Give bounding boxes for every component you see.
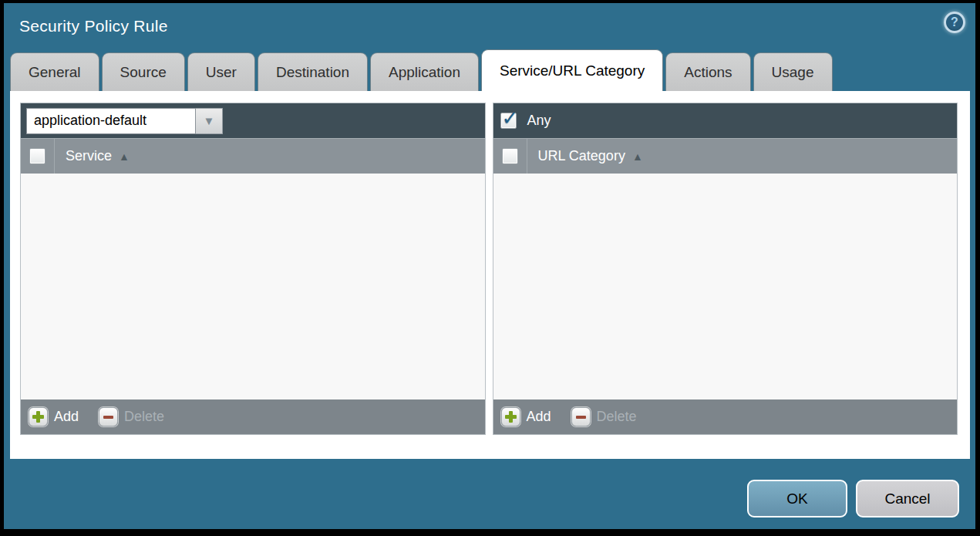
service-panel: application-default ▼ Service ▲ <box>20 103 486 435</box>
service-table-header: Service ▲ <box>21 138 485 174</box>
checkmark-icon: ✓ <box>502 106 519 130</box>
service-column-label: Service <box>66 148 112 164</box>
url-category-any-checkbox[interactable]: ✓ <box>500 113 517 129</box>
url-category-any-bar: ✓ Any <box>493 103 958 138</box>
service-add-button[interactable]: Add <box>29 407 79 426</box>
url-category-select-all-checkbox[interactable] <box>502 148 518 164</box>
tab-actions[interactable]: Actions <box>665 52 750 91</box>
service-type-toolbar: application-default ▼ <box>21 103 485 138</box>
tab-application[interactable]: Application <box>370 52 479 91</box>
help-icon: ? <box>951 16 958 29</box>
url-category-column-header[interactable]: URL Category ▲ <box>538 148 643 164</box>
sort-ascending-icon: ▲ <box>119 150 130 163</box>
chevron-down-icon: ▼ <box>204 115 215 126</box>
url-category-delete-button[interactable]: Delete <box>571 407 637 426</box>
service-type-dropdown-expander-button[interactable]: ▼ <box>196 108 223 134</box>
security-policy-rule-dialog: Security Policy Rule ? General Source Us… <box>4 3 975 529</box>
service-table-body <box>21 174 485 399</box>
service-select-all-checkbox[interactable] <box>29 148 45 164</box>
dialog-title: Security Policy Rule <box>19 17 168 35</box>
sort-ascending-icon: ▲ <box>632 150 643 163</box>
tab-bar: General Source User Destination Applicat… <box>4 49 975 91</box>
tab-usage[interactable]: Usage <box>753 52 833 91</box>
dialog-action-bar: OK Cancel <box>4 459 975 517</box>
service-delete-button[interactable]: Delete <box>99 407 164 426</box>
tab-service-url-category[interactable]: Service/URL Category <box>481 49 663 91</box>
tab-content-service-url-category: application-default ▼ Service ▲ <box>10 91 970 459</box>
dialog-titlebar: Security Policy Rule ? <box>4 3 975 49</box>
help-button[interactable]: ? <box>944 12 965 33</box>
cancel-button[interactable]: Cancel <box>856 480 959 517</box>
url-category-table-footer: Add Delete <box>493 399 958 434</box>
service-type-dropdown-value[interactable]: application-default <box>26 108 196 134</box>
url-category-panel: ✓ Any URL Category ▲ Add <box>493 103 958 435</box>
tab-general[interactable]: General <box>10 52 99 91</box>
tab-destination[interactable]: Destination <box>258 52 368 91</box>
url-category-select-all-cell <box>493 139 527 174</box>
url-category-column-label: URL Category <box>538 148 625 164</box>
url-category-any-label: Any <box>527 113 551 129</box>
delete-minus-icon <box>571 407 591 426</box>
service-type-dropdown: application-default ▼ <box>26 108 223 134</box>
url-category-table-header: URL Category ▲ <box>493 138 958 174</box>
add-plus-icon <box>501 407 520 426</box>
tab-source[interactable]: Source <box>102 52 185 91</box>
service-select-all-cell <box>21 139 55 174</box>
delete-minus-icon <box>99 407 118 426</box>
url-category-table-body <box>493 174 958 399</box>
url-category-add-button[interactable]: Add <box>501 407 551 426</box>
tab-user[interactable]: User <box>187 52 255 91</box>
ok-button[interactable]: OK <box>747 480 847 517</box>
service-column-header[interactable]: Service ▲ <box>66 148 130 164</box>
service-table-footer: Add Delete <box>21 399 485 434</box>
add-plus-icon <box>29 407 48 426</box>
